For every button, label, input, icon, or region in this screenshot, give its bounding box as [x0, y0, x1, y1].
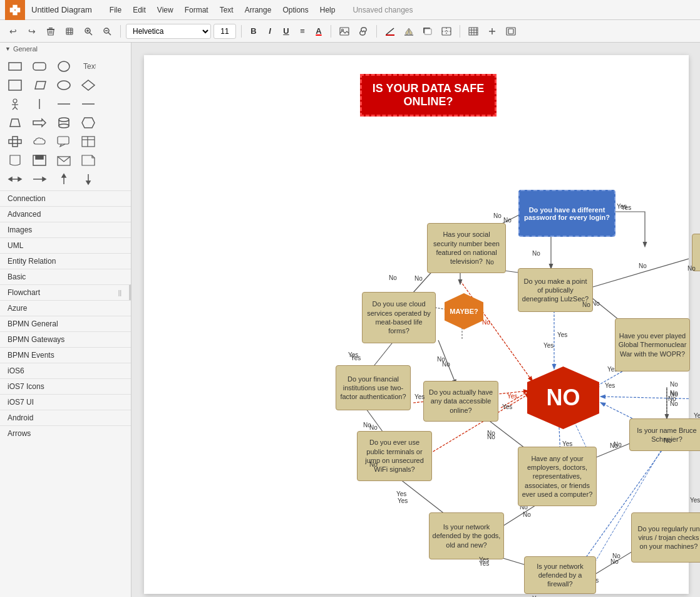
shape-circle[interactable] [54, 58, 74, 75]
shape-rect-2[interactable] [5, 76, 25, 94]
bold-button[interactable]: B [247, 24, 260, 38]
shape-cylinder[interactable] [54, 114, 74, 132]
shape-empty6[interactable] [103, 152, 123, 169]
sidebar-item-uml[interactable]: UML [0, 237, 131, 253]
sidebar-item-android[interactable]: Android [0, 410, 131, 425]
shape-rounded-rect[interactable] [29, 58, 49, 75]
shape-rectangle[interactable] [5, 58, 25, 75]
shape-person[interactable] [5, 95, 25, 113]
label-yes-bruce: Yes [694, 412, 700, 419]
shape-ellipse[interactable] [54, 76, 74, 94]
sidebar-item-entity-relation[interactable]: Entity Relation [0, 253, 131, 269]
reset-view-button[interactable] [61, 23, 78, 39]
font-color-button[interactable]: A [312, 24, 326, 38]
sidebar-item-ios7-icons[interactable]: iOS7 Icons [0, 378, 131, 394]
delete-button[interactable] [43, 23, 59, 39]
general-section-header[interactable]: ▼ General [0, 43, 131, 55]
shape-empty5[interactable] [103, 133, 123, 150]
sidebar-item-ios7-ui[interactable]: iOS7 UI [0, 394, 131, 410]
shape-note[interactable] [78, 152, 98, 169]
sidebar-item-arrows[interactable]: Arrows [0, 425, 131, 441]
font-family-select[interactable]: Helvetica Arial Times New Roman [126, 24, 211, 39]
shape-envelope[interactable] [54, 152, 74, 169]
align-button[interactable]: ≡ [296, 24, 309, 38]
shape-hexagon[interactable] [78, 114, 98, 132]
label-yes-lulz: Yes [543, 342, 553, 349]
shape-line-v[interactable] [29, 95, 49, 113]
menu-file[interactable]: File [105, 4, 126, 16]
shape-parallelogram[interactable] [29, 76, 49, 94]
shape-arrow-up[interactable] [54, 170, 74, 188]
shape-line-h[interactable] [54, 95, 74, 113]
shape-arrow-down[interactable] [78, 170, 98, 188]
menu-options[interactable]: Options [277, 4, 313, 16]
sidebar-item-images[interactable]: Images [0, 222, 131, 237]
sidebar-item-azure[interactable]: Azure [0, 300, 131, 316]
label-no-terminal: No [369, 461, 378, 468]
menu-help[interactable]: Help [315, 4, 341, 16]
label-yes-employers: Yes [562, 440, 572, 447]
svg-marker-47 [82, 80, 95, 90]
fullscreen-button[interactable] [503, 23, 519, 39]
svg-line-52 [15, 107, 18, 110]
insert-image-button[interactable] [336, 23, 353, 39]
svg-marker-74 [18, 177, 21, 181]
shape-empty[interactable] [103, 58, 123, 75]
shape-rect-open[interactable] [29, 152, 49, 169]
sidebar-item-connection[interactable]: Connection [0, 190, 131, 206]
menu-edit[interactable]: Edit [128, 4, 151, 16]
svg-marker-57 [33, 119, 46, 127]
italic-button[interactable]: I [263, 24, 277, 38]
svg-marker-80 [86, 181, 90, 184]
svg-text:Yes: Yes [557, 331, 567, 338]
zoom-in-button[interactable] [80, 23, 96, 39]
shape-line-single[interactable] [78, 95, 98, 113]
sidebar-item-ios6[interactable]: iOS6 [0, 363, 131, 378]
label-yes-main: Yes [621, 204, 631, 211]
shape-empty7[interactable] [103, 170, 123, 188]
shadow-button[interactable] [419, 23, 436, 39]
sidebar-item-bpmn-gateways[interactable]: BPMN Gateways [0, 331, 131, 347]
svg-rect-41 [33, 63, 46, 70]
shape-empty3[interactable] [103, 95, 123, 113]
shape-diamond[interactable] [78, 76, 98, 94]
shape-arrows-lr2[interactable] [29, 170, 49, 188]
menu-format[interactable]: Format [180, 4, 214, 16]
zoom-out-button[interactable] [99, 23, 115, 39]
shape-text[interactable]: Text [78, 58, 98, 75]
shape-cross[interactable] [5, 133, 25, 150]
table-button[interactable] [465, 23, 481, 39]
shape-speech[interactable] [54, 133, 74, 150]
menu-text[interactable]: Text [215, 4, 239, 16]
shape-cloud[interactable] [29, 133, 49, 150]
sidebar-item-basic[interactable]: Basic [0, 269, 131, 284]
diagram-canvas[interactable]: Yes No Yes No Yes No Yes [144, 55, 689, 594]
insert-link-button[interactable] [355, 23, 371, 39]
add-button[interactable] [484, 23, 500, 39]
menu-arrange[interactable]: Arrange [240, 4, 277, 16]
section-arrow: ▼ [5, 46, 11, 52]
shape-table[interactable] [78, 133, 98, 150]
no-center-hex: NO [527, 366, 599, 429]
line-color-button[interactable] [382, 23, 398, 39]
shape-trapezoid[interactable] [5, 114, 25, 132]
svg-marker-73 [9, 177, 12, 181]
canvas-area[interactable]: Yes No Yes No Yes No Yes [131, 43, 700, 597]
shape-arrow-right[interactable] [29, 114, 49, 132]
undo-button[interactable]: ↩ [5, 23, 21, 39]
svg-rect-3 [13, 10, 17, 14]
sidebar-item-flowchart[interactable]: Flowchart || [0, 284, 131, 300]
menu-view[interactable]: View [152, 4, 178, 16]
shape-empty2[interactable] [103, 76, 123, 94]
sidebar-item-bpmn-general[interactable]: BPMN General [0, 316, 131, 331]
redo-button[interactable]: ↪ [24, 23, 40, 39]
fill-color-button[interactable] [401, 23, 417, 39]
border-button[interactable] [438, 23, 455, 39]
sidebar-item-bpmn-events[interactable]: BPMN Events [0, 347, 131, 363]
underline-button[interactable]: U [279, 24, 293, 38]
font-size-input[interactable] [214, 24, 236, 39]
shape-empty4[interactable] [103, 114, 123, 132]
sidebar-item-advanced[interactable]: Advanced [0, 206, 131, 222]
shape-arrows-lr[interactable] [5, 170, 25, 188]
shape-document[interactable] [5, 152, 25, 169]
